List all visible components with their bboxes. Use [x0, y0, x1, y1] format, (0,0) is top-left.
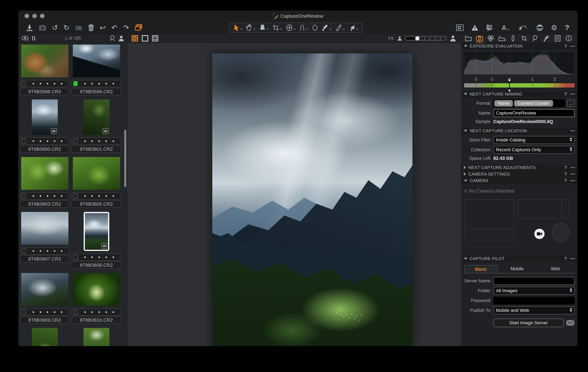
format-token-name[interactable]: Name — [494, 100, 513, 107]
straighten-tool[interactable] — [284, 24, 297, 32]
draw-mask-tool[interactable] — [321, 24, 333, 32]
start-image-server-button[interactable]: Start Image Server — [493, 319, 564, 327]
color-tag[interactable] — [22, 193, 26, 199]
loupe-tool-caret[interactable] — [267, 29, 269, 30]
thumbnail-cell[interactable]: 8T6B3611.CR2 — [20, 328, 69, 346]
section-menu-icon[interactable] — [571, 46, 575, 47]
section-help-icon[interactable]: ? — [564, 171, 567, 177]
tab-metadata[interactable] — [554, 35, 561, 42]
collection-dropdown[interactable]: Recent Captures Only — [493, 146, 575, 154]
draw-mask-tool-caret[interactable] — [329, 29, 332, 30]
color-tag[interactable] — [22, 139, 26, 144]
thumbnail-image[interactable] — [84, 100, 109, 135]
color-tag[interactable] — [73, 310, 78, 314]
pilot-tab-mobile[interactable]: Mobile — [498, 266, 536, 273]
crop-tool-caret[interactable] — [280, 29, 282, 30]
select-tool-caret[interactable] — [240, 29, 243, 30]
pilot-tab-basic[interactable]: Basic — [464, 265, 498, 273]
section-help-icon[interactable]: ? — [564, 91, 567, 97]
rating-dots[interactable] — [78, 311, 121, 313]
disclosure-triangle-icon[interactable] — [464, 166, 466, 169]
select-tool[interactable] — [232, 24, 244, 32]
grid-overlay-icon[interactable] — [486, 24, 493, 31]
section-camera-settings[interactable]: CAMERA SETTINGS ? — [461, 171, 578, 177]
section-next-capture-adjustments[interactable]: NEXT CAPTURE ADJUSTMENTS ? — [461, 164, 578, 171]
single-view-icon[interactable] — [142, 35, 148, 42]
export-icon[interactable] — [75, 24, 82, 31]
color-tag[interactable] — [73, 81, 78, 86]
tab-crop[interactable] — [521, 35, 528, 42]
thumbnail-cell[interactable]: 8T6B3598.CR2 — [20, 45, 69, 95]
proof-view-icon[interactable] — [152, 35, 158, 42]
capture-name-input[interactable]: CaptureOneReview — [493, 109, 575, 117]
copy-apply-adjustments-icon[interactable] — [518, 24, 529, 31]
pan-tool-caret[interactable] — [253, 29, 256, 30]
format-token-field[interactable]: Name Camera Counter — [493, 99, 565, 107]
thumbnail-cell[interactable]: 8T6B3601.CR2 — [72, 100, 121, 153]
zoom-fit-label[interactable]: Fit — [388, 36, 393, 41]
rotate-right-icon[interactable]: ↻ — [63, 24, 70, 31]
thumbnail-cell[interactable]: 8T6B3610.CR2 — [72, 273, 121, 324]
redo-icon[interactable]: ↷ — [123, 24, 129, 31]
annotation-caret[interactable] — [507, 29, 510, 30]
rating-dots[interactable] — [26, 311, 69, 313]
section-capture-pilot[interactable]: CAPTURE PILOT ? — [461, 255, 578, 262]
capture-icon[interactable] — [39, 24, 46, 31]
tab-lens[interactable] — [509, 35, 517, 42]
annotation-icon[interactable]: A — [500, 23, 511, 32]
thumbnail-cell[interactable]: 8T6B3609.CR2 — [20, 273, 69, 324]
color-tag[interactable] — [22, 81, 26, 86]
keystone-tool-caret[interactable] — [306, 29, 308, 30]
pan-tool[interactable] — [245, 24, 257, 32]
server-name-input[interactable] — [493, 277, 575, 285]
straighten-tool-caret[interactable] — [294, 29, 296, 30]
disclosure-triangle-icon[interactable] — [464, 93, 467, 95]
thumbnail-cell[interactable]: 8T6B3605.CR2 — [72, 157, 121, 208]
format-more-button[interactable]: ... — [567, 100, 575, 107]
thumbnail-cell[interactable]: 8T6B3608.CR2 — [72, 212, 121, 269]
rating-dots[interactable] — [78, 195, 121, 197]
section-help-icon[interactable]: ? — [564, 178, 567, 183]
exposure-warning-icon[interactable] — [471, 24, 478, 31]
rating-dots[interactable] — [78, 256, 121, 258]
rotate-left-icon[interactable]: ↺ — [52, 24, 58, 31]
thumbnail-cell[interactable]: 8T6B3600.CR2 — [20, 100, 69, 153]
trash-icon[interactable] — [88, 24, 94, 31]
section-next-capture-naming[interactable]: NEXT CAPTURE NAMING ? — [461, 91, 578, 97]
grid-view-icon[interactable] — [132, 35, 138, 42]
spot-tool[interactable] — [310, 24, 320, 32]
live-view-button[interactable] — [534, 229, 545, 239]
loupe-tool[interactable] — [258, 24, 270, 32]
publish-to-dropdown[interactable]: Mobile and Web — [493, 306, 575, 314]
disclosure-triangle-icon[interactable] — [464, 180, 467, 182]
thumbnail-image[interactable] — [21, 45, 68, 77]
thumbnail-image[interactable] — [84, 212, 109, 251]
thumbnail-image[interactable] — [73, 45, 120, 77]
apply-adjustments-tool-caret[interactable] — [356, 29, 358, 30]
search-icon[interactable] — [110, 35, 116, 41]
email-icon[interactable] — [566, 320, 575, 326]
section-menu-icon[interactable] — [571, 173, 575, 174]
color-tag[interactable] — [22, 310, 26, 314]
section-menu-icon[interactable] — [571, 130, 575, 131]
thumbnail-image[interactable] — [21, 212, 68, 245]
thumbnail-image[interactable] — [73, 157, 120, 190]
tab-settings[interactable]: ⚙ — [576, 35, 578, 42]
color-tag[interactable] — [73, 255, 78, 260]
rating-dots[interactable] — [26, 195, 69, 197]
rating-dots[interactable] — [78, 141, 121, 142]
import-icon[interactable] — [26, 24, 33, 31]
capture-shutter-button[interactable] — [552, 223, 569, 242]
pilot-tab-web[interactable]: Web — [536, 266, 575, 273]
section-menu-icon[interactable] — [571, 167, 575, 168]
thumbnail-cell[interactable]: 8T6B3612.CR2 — [72, 328, 121, 346]
user-filter-icon[interactable] — [118, 35, 124, 41]
tab-capture[interactable] — [476, 35, 483, 42]
section-menu-icon[interactable] — [571, 258, 575, 259]
store-files-dropdown[interactable]: Inside Catalog — [493, 136, 575, 144]
disclosure-triangle-icon[interactable] — [464, 130, 467, 132]
section-next-capture-location[interactable]: NEXT CAPTURE LOCATION — [461, 128, 578, 134]
format-token-counter[interactable]: Camera Counter — [514, 100, 553, 107]
exposure-meter-marker[interactable] — [509, 82, 510, 89]
password-input[interactable] — [493, 297, 575, 304]
